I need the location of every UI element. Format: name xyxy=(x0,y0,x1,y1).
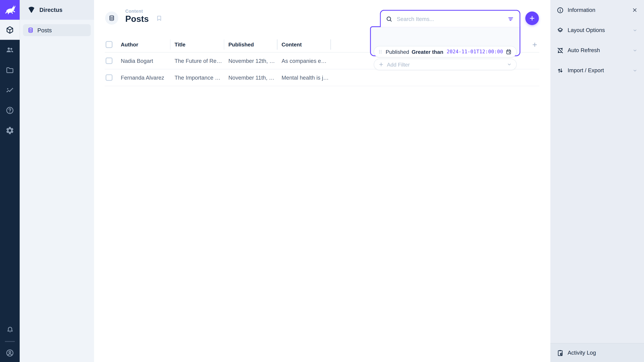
row-select-cell xyxy=(105,74,121,81)
sidebar-section-layout-options[interactable]: Layout Options xyxy=(550,20,644,40)
row-checkbox[interactable] xyxy=(106,57,112,64)
sidebar-section-information[interactable]: Information xyxy=(550,0,644,20)
insights-icon xyxy=(5,86,14,95)
row-select-cell xyxy=(105,57,121,64)
cell-content: Mental health is j… xyxy=(278,74,331,81)
plus-icon xyxy=(528,15,536,22)
rabbit-icon xyxy=(4,4,16,16)
filter-value[interactable]: 2024-11-01T12:00:00 xyxy=(446,49,503,54)
module-bar-divider xyxy=(5,341,15,342)
database-icon xyxy=(108,15,115,21)
cell-published: November 11th, … xyxy=(224,74,278,81)
module-insights[interactable] xyxy=(0,80,20,100)
column-header-content[interactable]: Content xyxy=(278,37,331,52)
user-circle-icon xyxy=(5,349,14,358)
cell-content: As companies e… xyxy=(278,58,331,64)
help-icon xyxy=(5,106,14,115)
activity-log-icon xyxy=(556,349,564,357)
page-title: Posts xyxy=(125,14,149,24)
sidebar-section-label: Layout Options xyxy=(568,27,605,33)
filter-operator[interactable]: Greater than xyxy=(412,49,443,55)
chevron-down-icon xyxy=(632,67,638,73)
folder-icon xyxy=(5,65,14,75)
chevron-down-icon xyxy=(632,27,638,33)
sidebar-section-auto-refresh[interactable]: Auto Refresh xyxy=(550,40,644,60)
filter-rule[interactable]: Published Greater than 2024-11-01T12:00:… xyxy=(374,46,517,57)
plus-icon xyxy=(532,41,538,48)
database-icon xyxy=(28,27,34,33)
add-filter-button[interactable]: Add Filter xyxy=(374,59,517,70)
project-switcher[interactable]: Directus xyxy=(20,0,94,20)
cell-author: Fernanda Alvarez xyxy=(121,74,170,81)
module-settings[interactable] xyxy=(0,120,20,140)
drag-handle-icon[interactable] xyxy=(378,49,383,54)
bookmark-button[interactable] xyxy=(156,15,163,22)
cell-author: Nadia Bogart xyxy=(121,58,170,64)
project-fan-icon xyxy=(28,6,36,14)
chevron-down-icon xyxy=(506,61,512,67)
column-header-published[interactable]: Published xyxy=(224,37,278,52)
table-row[interactable]: Fernanda Alvarez The Importance … Novemb… xyxy=(105,69,539,86)
page-title-block: Content Posts xyxy=(125,8,149,24)
cell-published: November 12th, … xyxy=(224,58,278,64)
add-filter-label: Add Filter xyxy=(387,61,410,67)
nav-item-label: Posts xyxy=(38,27,52,33)
filter-dropdown-panel: Published Greater than 2024-11-01T12:00:… xyxy=(370,26,520,56)
column-header-title[interactable]: Title xyxy=(170,37,224,52)
select-all-cell xyxy=(105,37,121,52)
swap-vertical-icon xyxy=(556,67,564,74)
close-icon[interactable] xyxy=(632,7,638,13)
box-icon xyxy=(5,25,14,34)
cell-title: The Importance … xyxy=(170,74,224,81)
directus-rabbit-logo[interactable] xyxy=(0,0,20,20)
search-box xyxy=(380,10,520,27)
collection-icon-circle xyxy=(105,11,118,25)
select-all-checkbox[interactable] xyxy=(106,41,112,48)
layers-icon xyxy=(556,26,564,34)
sidebar-section-label: Information xyxy=(568,7,595,13)
sync-disabled-icon xyxy=(556,46,564,54)
module-users[interactable] xyxy=(0,40,20,60)
sidebar-section-import-export[interactable]: Import / Export xyxy=(550,60,644,80)
sidebar-section-label: Import / Export xyxy=(568,67,604,73)
right-sidebar: Information Layout Options xyxy=(550,0,644,362)
users-icon xyxy=(5,45,14,54)
nav-sidebar: Directus Posts xyxy=(20,0,94,362)
search-icon xyxy=(386,15,393,22)
bookmark-icon xyxy=(156,15,163,22)
cell-title: The Future of Re… xyxy=(170,58,224,64)
gear-icon xyxy=(5,126,14,135)
breadcrumb[interactable]: Content xyxy=(125,8,149,13)
search-input[interactable] xyxy=(396,15,504,22)
module-help[interactable] xyxy=(0,100,20,120)
module-bar xyxy=(0,0,20,362)
column-header-author[interactable]: Author xyxy=(121,37,170,52)
project-name: Directus xyxy=(40,6,62,13)
add-field-button[interactable] xyxy=(532,41,538,48)
bell-icon xyxy=(6,326,14,334)
module-content[interactable] xyxy=(0,20,20,40)
directus-app: Directus Posts Content Posts xyxy=(0,0,644,362)
row-checkbox[interactable] xyxy=(106,74,112,81)
filter-icon[interactable] xyxy=(507,15,514,22)
chevron-down-icon xyxy=(632,47,638,53)
info-icon xyxy=(556,6,564,14)
filter-field[interactable]: Published xyxy=(386,49,409,55)
activity-log-label: Activity Log xyxy=(568,350,596,356)
nav-item-posts[interactable]: Posts xyxy=(23,24,91,36)
plus-icon xyxy=(378,61,384,67)
create-item-button[interactable] xyxy=(525,11,539,25)
sidebar-section-label: Auto Refresh xyxy=(568,47,600,53)
activity-log-button[interactable]: Activity Log xyxy=(550,343,644,362)
calendar-icon[interactable] xyxy=(506,49,512,55)
module-files[interactable] xyxy=(0,60,20,80)
account-button[interactable] xyxy=(0,344,20,362)
notifications-button[interactable] xyxy=(0,321,20,339)
